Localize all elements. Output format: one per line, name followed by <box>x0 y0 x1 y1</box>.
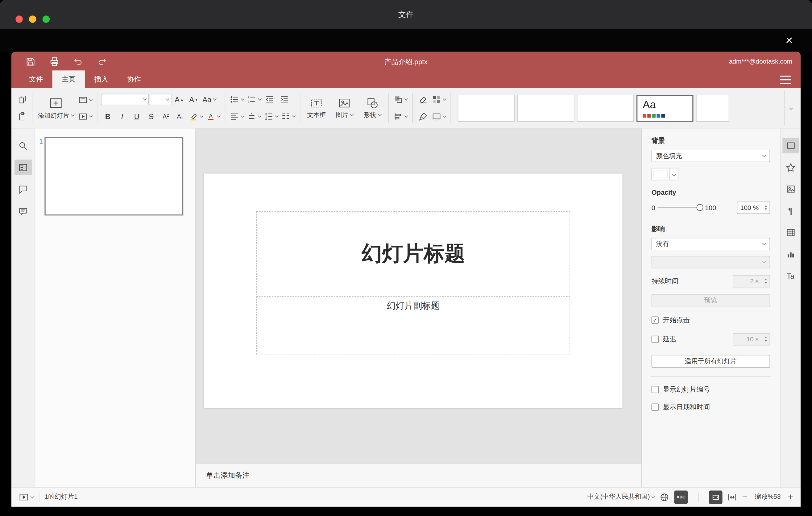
strikethrough-button[interactable]: S <box>144 110 158 123</box>
fit-width-button[interactable] <box>727 492 737 501</box>
start-slideshow-status-button[interactable] <box>19 492 34 501</box>
image-settings-tab[interactable] <box>782 181 799 197</box>
theme-option[interactable] <box>696 94 729 121</box>
title-placeholder[interactable]: 幻灯片标题 <box>256 211 570 295</box>
search-icon <box>18 141 28 151</box>
theme-option[interactable] <box>458 94 515 121</box>
theme-gallery-expand-button[interactable] <box>784 90 798 126</box>
slide-thumbnail-1[interactable] <box>45 137 183 216</box>
insert-image-button[interactable]: 图片 <box>331 96 358 121</box>
comment-icon <box>18 184 28 194</box>
ribbon-toolbar: 添加幻灯片 A▲ A▼ A <box>11 88 801 128</box>
underline-button[interactable]: U <box>130 110 143 123</box>
decrease-indent-button[interactable] <box>263 93 277 106</box>
show-slide-number-checkbox[interactable] <box>651 386 659 394</box>
duration-spinbox[interactable]: 2 s ▲▼ <box>733 275 770 287</box>
delay-spinbox[interactable]: 10 s ▲▼ <box>733 333 770 345</box>
slide-canvas[interactable]: 幻灯片标题 幻灯片副标题 <box>196 128 641 463</box>
comments-panel-button[interactable] <box>14 181 32 197</box>
background-color-picker[interactable] <box>651 168 678 180</box>
show-date-checkbox[interactable] <box>651 404 659 411</box>
subtitle-placeholder[interactable]: 幻灯片副标题 <box>256 296 570 354</box>
opacity-spinner[interactable]: ▲▼ <box>762 204 770 211</box>
superscript-button[interactable]: A² <box>159 110 172 123</box>
opacity-slider-knob[interactable] <box>697 204 703 211</box>
decrease-font-button[interactable]: A▼ <box>187 93 201 106</box>
slide-settings-tab[interactable] <box>782 138 799 153</box>
zoom-out-button[interactable]: − <box>742 492 748 503</box>
clear-style-button[interactable] <box>416 93 430 106</box>
highlight-color-button[interactable] <box>188 110 204 123</box>
spellcheck-icon: ABC <box>676 495 686 499</box>
theme-option[interactable] <box>577 94 634 121</box>
paste-button[interactable] <box>16 110 29 123</box>
chat-panel-button[interactable] <box>14 203 32 219</box>
close-window-button[interactable] <box>16 16 23 23</box>
effect-type-dropdown[interactable] <box>651 256 770 268</box>
insert-textbox-button[interactable]: 文本框 <box>303 96 330 121</box>
delay-spinner[interactable]: ▲▼ <box>762 336 770 343</box>
tab-insert[interactable]: 插入 <box>85 70 118 88</box>
language-selector[interactable]: 中文(中华人民共和国) <box>587 492 655 501</box>
paragraph-settings-icon: ¶ <box>788 206 792 216</box>
document-language-button[interactable] <box>660 492 669 501</box>
slide-size-button[interactable] <box>431 110 447 123</box>
slides-panel-button[interactable] <box>14 160 32 175</box>
duration-spinner[interactable]: ▲▼ <box>762 278 770 285</box>
apply-to-all-slides-button[interactable]: 适用于所有幻灯片 <box>651 355 770 368</box>
change-case-button[interactable]: Aa <box>201 93 217 106</box>
bullets-button[interactable] <box>229 93 245 106</box>
tab-home[interactable]: 主页 <box>53 70 85 88</box>
chart-settings-tab[interactable] <box>782 247 799 262</box>
increase-indent-button[interactable] <box>278 93 291 106</box>
theme-option[interactable] <box>517 94 575 121</box>
tab-file[interactable]: 文件 <box>20 70 53 88</box>
slide[interactable]: 幻灯片标题 幻灯片副标题 <box>204 173 622 408</box>
theme-option-selected[interactable]: Aa <box>636 94 694 121</box>
minimize-window-button[interactable] <box>29 16 36 23</box>
align-shapes-button[interactable] <box>393 110 408 123</box>
vertical-align-button[interactable] <box>246 110 262 123</box>
arrange-shapes-button[interactable] <box>393 93 408 106</box>
subscript-button[interactable]: A₂ <box>173 110 187 123</box>
effect-dropdown[interactable]: 没有 <box>651 238 770 250</box>
font-size-combo[interactable] <box>150 94 171 105</box>
account-email[interactable]: adm***@dootask.com <box>729 58 792 65</box>
numbering-button[interactable]: 12 <box>246 93 262 106</box>
font-color-button[interactable]: A <box>205 110 221 123</box>
tab-collaboration[interactable]: 协作 <box>118 70 150 88</box>
zoom-in-button[interactable]: + <box>788 492 793 503</box>
fit-slide-button[interactable] <box>709 490 723 504</box>
background-fill-dropdown[interactable]: 颜色填充 <box>651 150 770 162</box>
opacity-spinbox[interactable]: 100 % ▲▼ <box>737 202 770 214</box>
shape-settings-tab[interactable] <box>782 160 799 175</box>
line-spacing-button[interactable] <box>263 110 279 123</box>
add-slide-button[interactable]: 添加幻灯片 <box>36 95 76 121</box>
menu-icon[interactable] <box>780 76 791 84</box>
insert-shape-button[interactable]: 形状 <box>359 96 386 121</box>
start-slideshow-button[interactable] <box>77 110 93 123</box>
horizontal-align-button[interactable] <box>229 110 245 123</box>
opacity-slider[interactable] <box>658 204 702 211</box>
table-settings-tab[interactable] <box>782 225 799 240</box>
start-on-click-checkbox[interactable]: ✓ <box>651 317 659 324</box>
spellcheck-button[interactable]: ABC <box>674 490 688 504</box>
bold-button[interactable]: B <box>101 110 114 123</box>
color-scheme-button[interactable] <box>431 93 447 106</box>
textart-settings-tab[interactable]: Ta <box>782 268 799 284</box>
columns-button[interactable] <box>280 110 296 123</box>
copy-style-button[interactable] <box>416 110 430 123</box>
copy-button[interactable] <box>16 93 29 106</box>
preview-button[interactable]: 预览 <box>651 294 770 307</box>
slide-layout-button[interactable] <box>77 93 93 107</box>
notes-area[interactable]: 单击添加备注 <box>196 463 641 487</box>
font-name-combo[interactable] <box>101 94 148 105</box>
color-dropdown-arrow[interactable] <box>669 169 678 180</box>
delay-checkbox[interactable] <box>651 336 659 343</box>
italic-button[interactable]: I <box>115 110 129 123</box>
search-button[interactable] <box>14 138 32 153</box>
close-icon[interactable]: × <box>781 32 798 49</box>
increase-font-button[interactable]: A▲ <box>172 93 186 106</box>
zoom-window-button[interactable] <box>42 16 50 23</box>
paragraph-settings-tab[interactable]: ¶ <box>782 203 799 219</box>
